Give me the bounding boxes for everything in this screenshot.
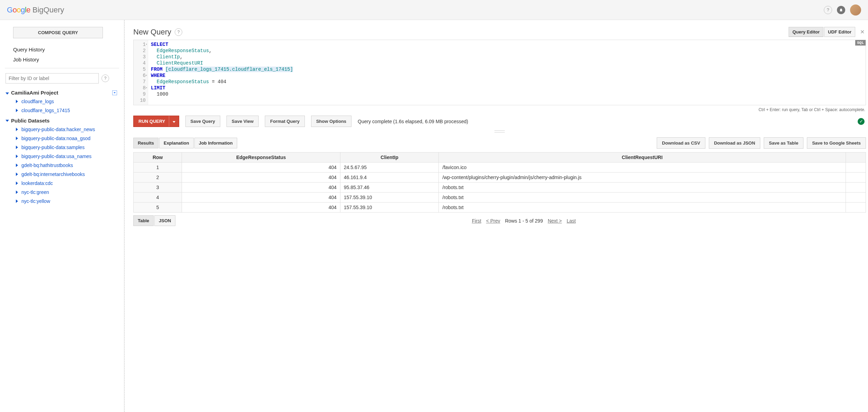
pager-first[interactable]: First [472,218,481,224]
logo-product: BigQuery [32,6,64,14]
sql-editor[interactable]: 1▾ 2 3 4 5 6▾ 7 8▾ 9 10 SELECT EdgeRespo… [133,40,866,105]
show-options-button[interactable]: Show Options [311,116,351,127]
dataset-item[interactable]: gdelt-bq:hathitrustbooks [5,161,119,170]
editor-hint: Ctrl + Enter: run query, Tab or Ctrl + S… [133,107,865,112]
column-header: ClientRequestURI [439,153,846,163]
tab-udf-editor[interactable]: UDF Editor [824,27,855,37]
project-menu-icon[interactable] [112,90,117,95]
project-name: CamiliaAmi Project [11,90,58,96]
caret-right-icon [16,109,18,112]
editor-code[interactable]: SELECT EdgeResponseStatus, ClientIp, Cli… [148,40,296,105]
caret-right-icon [16,128,18,131]
caret-right-icon [16,146,18,149]
pager-range: Rows 1 - 5 of 299 [505,218,543,224]
table-row: 240446.161.9.4/wp-content/plugins/cherry… [134,173,866,183]
caret-down-icon [6,92,9,95]
download-json-button[interactable]: Download as JSON [709,137,760,149]
column-header: Row [134,153,182,163]
download-csv-button[interactable]: Download as CSV [657,137,705,149]
dataset-item[interactable]: nyc-tlc:green [5,188,119,197]
run-dropdown-icon[interactable] [169,116,179,127]
query-help-icon[interactable]: ? [175,28,182,36]
close-icon[interactable]: ✕ [859,29,866,35]
caret-right-icon [16,199,18,203]
logo: Google BigQuery [7,6,64,14]
caret-down-icon [6,120,9,122]
avatar[interactable] [850,4,861,16]
main-content: New Query ? Query Editor UDF Editor ✕ 1▾… [126,20,868,412]
save-as-table-button[interactable]: Save as Table [764,137,803,149]
dataset-item[interactable]: bigquery-public-data:hacker_news [5,125,119,134]
dataset-item[interactable]: lookerdata:cdc [5,179,119,188]
panel-resize-handle[interactable] [133,130,866,133]
save-query-button[interactable]: Save Query [185,116,221,127]
dataset-item[interactable]: cloudflare_logs [5,97,119,106]
sidebar: COMPOSE QUERY Query History Job History … [0,20,124,412]
dataset-item[interactable]: bigquery-public-data:noaa_gsod [5,134,119,143]
tab-results[interactable]: Results [133,138,158,148]
save-view-button[interactable]: Save View [226,116,259,127]
column-header: ClientIp [340,153,439,163]
public-datasets-header[interactable]: Public Datasets [5,115,119,125]
table-row: 340495.85.37.46/robots.txt [134,183,866,193]
caret-right-icon [16,190,18,194]
notifications-icon[interactable] [837,6,845,14]
caret-right-icon [16,164,18,167]
dataset-item[interactable]: bigquery-public-data:samples [5,143,119,152]
run-query-button[interactable]: RUN QUERY [133,116,179,127]
sql-badge[interactable]: SQL [855,40,866,46]
caret-right-icon [16,155,18,158]
tab-explanation[interactable]: Explanation [159,138,194,148]
caret-right-icon [16,182,18,185]
pager-last[interactable]: Last [567,218,576,224]
format-query-button[interactable]: Format Query [265,116,305,127]
project-header[interactable]: CamiliaAmi Project [5,88,119,97]
dataset-item[interactable]: gdelt-bq:internetarchivebooks [5,170,119,179]
query-title: New Query [133,28,171,37]
tab-query-editor[interactable]: Query Editor [789,27,823,37]
dataset-item[interactable]: nyc-tlc:yellow [5,197,119,206]
dataset-item[interactable]: cloudflare_logs_17415 [5,106,119,115]
caret-right-icon [16,100,18,103]
pager-tab-json[interactable]: JSON [154,215,175,226]
pager-tab-table[interactable]: Table [133,215,154,226]
check-icon: ✓ [858,118,865,125]
pager-next[interactable]: Next > [548,218,562,224]
sidebar-query-history[interactable]: Query History [5,45,119,55]
caret-right-icon [16,137,18,140]
compose-query-button[interactable]: COMPOSE QUERY [13,27,103,38]
sidebar-job-history[interactable]: Job History [5,55,119,65]
editor-gutter: 1▾ 2 3 4 5 6▾ 7 8▾ 9 10 [134,40,148,105]
results-table: RowEdgeResponseStatusClientIpClientReque… [133,152,866,213]
query-status: Query complete (1.6s elapsed, 6.09 MB pr… [358,119,468,124]
dataset-item[interactable]: bigquery-public-data:usa_names [5,152,119,161]
table-row: 5404157.55.39.10/robots.txt [134,203,866,213]
filter-input[interactable] [6,73,99,84]
save-to-sheets-button[interactable]: Save to Google Sheets [807,137,866,149]
help-icon[interactable]: ? [824,6,832,14]
table-row: 140424.5.67.95/favicon.ico [134,163,866,173]
filter-help-icon[interactable]: ? [102,75,109,82]
pager-prev[interactable]: < Prev [486,218,500,224]
tab-job-information[interactable]: Job Information [194,138,237,148]
caret-right-icon [16,173,18,176]
table-row: 4404157.55.39.10/robots.txt [134,193,866,203]
column-header: EdgeResponseStatus [182,153,340,163]
app-header: Google BigQuery ? [0,0,868,20]
